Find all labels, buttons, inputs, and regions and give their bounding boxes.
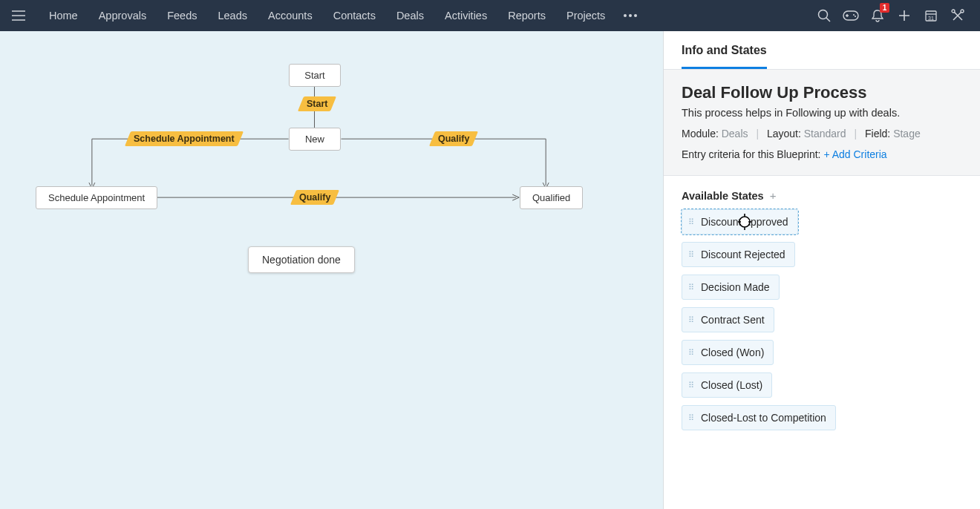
- criteria-label: Entry criteria for this Blueprint:: [682, 148, 823, 160]
- state-chip-closed-lost-competition[interactable]: ⠿ Closed-Lost to Competition: [682, 405, 836, 430]
- drag-handle-icon: ⠿: [688, 382, 695, 388]
- drag-handle-icon: ⠿: [688, 317, 695, 323]
- svg-line-4: [826, 18, 830, 22]
- drag-handle-icon: ⠿: [688, 284, 695, 290]
- bell-icon[interactable]: 1: [864, 0, 891, 31]
- node-new[interactable]: New: [289, 128, 341, 151]
- plus-icon[interactable]: [891, 0, 918, 31]
- state-chip-label: Contract Sent: [701, 314, 765, 326]
- nav-right-icons: 1 31: [811, 0, 971, 31]
- drag-handle-icon: ⠿: [688, 219, 695, 225]
- nav-item-home[interactable]: Home: [39, 0, 88, 31]
- add-criteria-link[interactable]: + Add Criteria: [823, 148, 886, 160]
- svg-point-2: [634, 14, 637, 17]
- field-label: Field:: [865, 128, 890, 139]
- state-chip-label: Decision Made: [701, 281, 770, 293]
- state-chip-label: Closed (Lost): [701, 379, 762, 391]
- module-value: Deals: [722, 128, 748, 139]
- process-info-box: Deal Follow Up Process This process help…: [664, 70, 980, 176]
- gamepad-icon[interactable]: [837, 0, 864, 31]
- transition-qualify-top[interactable]: Qualify: [429, 131, 478, 146]
- available-states-heading: Available States: [682, 190, 764, 202]
- calendar-icon[interactable]: 31: [918, 0, 944, 31]
- state-chip-discount-approved[interactable]: ⠿ Discount Approved: [682, 209, 798, 234]
- transition-qualify-mid-label: Qualify: [299, 192, 330, 203]
- svg-point-11: [961, 10, 964, 13]
- nav-item-deals[interactable]: Deals: [386, 0, 434, 31]
- process-description: This process helps in Following up with …: [682, 107, 962, 119]
- nav-item-projects[interactable]: Projects: [556, 0, 615, 31]
- drag-handle-icon: ⠿: [688, 415, 695, 421]
- svg-point-10: [952, 10, 955, 13]
- state-chip-label: Closed-Lost to Competition: [701, 412, 826, 424]
- nav-item-activities[interactable]: Activities: [434, 0, 497, 31]
- svg-point-7: [855, 16, 856, 17]
- state-chip-label: Closed (Won): [701, 347, 764, 358]
- transition-qualify-top-label: Qualify: [438, 134, 469, 144]
- state-chip-label: Discount Approved: [701, 216, 788, 228]
- hamburger-menu[interactable]: [9, 6, 28, 25]
- nav-item-accounts[interactable]: Accounts: [258, 0, 323, 31]
- transition-qualify-mid[interactable]: Qualify: [290, 190, 339, 205]
- nav-item-contacts[interactable]: Contacts: [323, 0, 386, 31]
- state-chip-list: ⠿ Discount Approved ⠿ Discount Rejected …: [682, 209, 962, 438]
- transition-schedule-appointment[interactable]: Schedule Appointment: [125, 131, 244, 146]
- available-states-section: Available States + ⠿ Discount Approved ⠿…: [664, 176, 980, 451]
- drag-handle-icon: ⠿: [688, 349, 695, 355]
- transition-start-label: Start: [307, 99, 327, 109]
- state-chip-decision-made[interactable]: ⠿ Decision Made: [682, 275, 780, 300]
- notification-badge: 1: [880, 3, 889, 13]
- side-panel: Info and States Deal Follow Up Process T…: [664, 31, 980, 509]
- transition-schedule-label: Schedule Appointment: [134, 134, 235, 144]
- panel-tabs: Info and States: [664, 31, 980, 70]
- layout-value: Standard: [804, 128, 846, 139]
- svg-point-3: [819, 10, 828, 19]
- module-label: Module:: [682, 128, 719, 139]
- svg-text:31: 31: [928, 16, 934, 21]
- state-chip-discount-rejected[interactable]: ⠿ Discount Rejected: [682, 242, 795, 267]
- state-chip-label: Discount Rejected: [701, 249, 785, 260]
- layout-label: Layout:: [767, 128, 801, 139]
- svg-point-1: [629, 14, 632, 17]
- process-metadata: Module: Deals | Layout: Standard | Field…: [682, 128, 962, 139]
- node-start[interactable]: Start: [289, 64, 341, 87]
- search-icon[interactable]: [811, 0, 837, 31]
- svg-point-6: [853, 14, 855, 16]
- svg-point-0: [624, 14, 627, 17]
- add-state-icon[interactable]: +: [770, 189, 777, 202]
- nav-item-approvals[interactable]: Approvals: [88, 0, 157, 31]
- nav-item-leads[interactable]: Leads: [207, 0, 258, 31]
- blueprint-canvas[interactable]: Start Start New Schedule Appointment Qua…: [0, 31, 664, 509]
- node-schedule-appointment[interactable]: Schedule Appointment: [36, 186, 157, 209]
- process-title: Deal Follow Up Process: [682, 83, 962, 102]
- nav-links: Home Approvals Feeds Leads Accounts Cont…: [39, 0, 615, 31]
- top-navbar: Home Approvals Feeds Leads Accounts Cont…: [0, 0, 980, 31]
- transition-start[interactable]: Start: [298, 96, 337, 111]
- node-qualified[interactable]: Qualified: [520, 186, 583, 209]
- state-chip-contract-sent[interactable]: ⠿ Contract Sent: [682, 307, 774, 332]
- nav-more-icon[interactable]: [615, 14, 645, 17]
- entry-criteria-row: Entry criteria for this Blueprint: + Add…: [682, 148, 962, 160]
- drag-handle-icon: ⠿: [688, 252, 695, 257]
- tab-info-states[interactable]: Info and States: [682, 31, 767, 69]
- state-chip-closed-lost[interactable]: ⠿ Closed (Lost): [682, 372, 772, 398]
- dragged-state-chip[interactable]: Negotiation done: [248, 246, 355, 273]
- nav-item-feeds[interactable]: Feeds: [157, 0, 207, 31]
- state-chip-closed-won[interactable]: ⠿ Closed (Won): [682, 340, 774, 365]
- tools-icon[interactable]: [944, 0, 971, 31]
- field-value: Stage: [893, 128, 921, 139]
- nav-item-reports[interactable]: Reports: [497, 0, 556, 31]
